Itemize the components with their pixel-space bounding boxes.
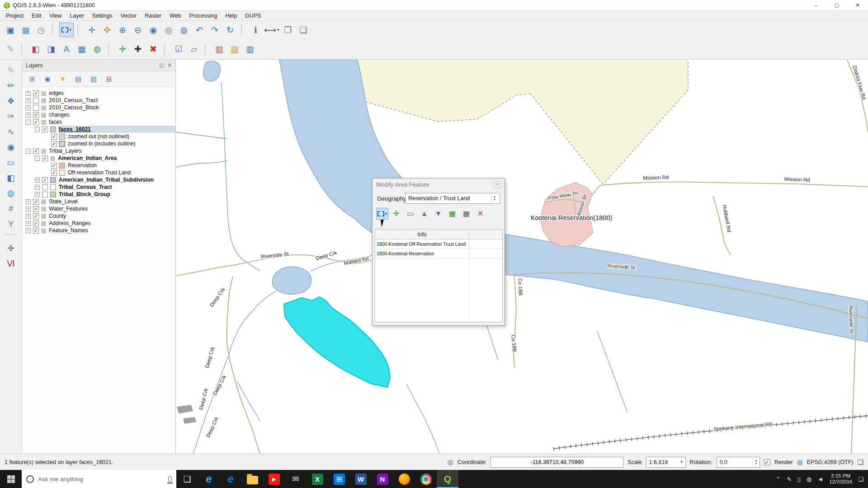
onenote-icon[interactable]: N [372,470,393,488]
merge-icon[interactable]: ◧ [3,171,19,184]
rotation-spinbox[interactable]: 0.0 ▲▼ [717,457,760,468]
volume-icon[interactable]: ◄ [817,476,823,483]
add-group-icon[interactable]: ⊞ [27,74,38,84]
layer-item-tribal-layers[interactable]: -✓▤Tribal_Layers [22,147,175,155]
layer-item-american-indian-area[interactable]: -✓▤American_Indian_Area [22,155,175,162]
expander-icon[interactable]: + [35,178,40,183]
touch-zoom-pan-icon[interactable]: ✛ [85,23,99,37]
info-table-row[interactable]: 1800-Kootenai Off-Reservation Trust Land [375,239,502,249]
qgis-taskbar-icon[interactable]: Q [437,470,458,488]
expander-icon[interactable]: + [26,228,31,233]
print-composer-icon[interactable]: ▦ [19,23,33,37]
menu-edit[interactable]: Edit [28,12,46,20]
zoom-full-icon[interactable]: ◎ [161,23,176,37]
internet-explorer-icon[interactable]: e [198,470,220,488]
expander-icon[interactable]: + [26,91,31,96]
layer-checkbox[interactable]: ✓ [33,112,39,118]
action-center-icon[interactable]: ❏ [858,476,863,483]
info-table[interactable]: Info 1800-Kootenai Off-Reservation Trust… [375,229,503,322]
pan-map-icon[interactable]: ✜ [100,23,114,37]
dialog-close-tool-icon[interactable]: ✕ [474,208,486,220]
dialog-table-icon[interactable]: ▦ [460,208,472,220]
layer-checkbox[interactable]: ✓ [42,155,48,161]
world-icon[interactable]: ◍ [3,186,19,200]
menu-help[interactable]: Help [221,12,241,20]
menu-web[interactable]: Web [165,12,185,20]
dialog-close-button[interactable]: ✕ [494,181,501,188]
layer-checkbox[interactable]: ✓ [33,206,39,212]
expander-icon[interactable]: + [26,105,31,110]
layer-checkbox[interactable] [33,105,39,111]
chrome-icon[interactable] [415,470,437,488]
dialog-attribute-icon[interactable]: ▭ [404,208,416,220]
expander-icon[interactable]: + [26,98,31,103]
composer-manager-icon[interactable]: ◷ [34,23,48,37]
start-button[interactable] [0,470,22,488]
layer-checkbox[interactable] [42,184,48,190]
layer-item-off-reservation-trust-land[interactable]: ✓Off-reservation Trust Land [22,169,175,176]
log-messages-icon[interactable]: ❏ [858,458,863,466]
layer-item-faces[interactable]: -✓▤faces [22,118,175,126]
identify-features-icon[interactable]: ℹ [248,23,263,37]
coordinate-input[interactable] [491,457,623,468]
branch-icon[interactable]: Y [3,217,19,230]
close-button[interactable]: ✕ [847,0,868,10]
expander-icon[interactable]: - [26,149,31,154]
layer-checkbox[interactable]: ✓ [33,148,39,154]
collapse-all-icon[interactable]: ▥ [88,74,99,84]
census-tract-style-icon[interactable]: ◧ [28,42,43,56]
subdivision-table-icon[interactable]: ▥ [243,42,257,56]
toggle-editing-icon[interactable]: ✎ [3,42,18,56]
zoom-native-icon[interactable]: ◉ [146,23,160,37]
minimize-button[interactable]: – [806,0,826,10]
layer-checkbox[interactable]: ✓ [51,163,57,169]
geography-combobox[interactable]: Reservation / Trust Land ▲▼ [405,193,500,204]
store-icon[interactable]: ⊞ [328,470,350,488]
layer-item-reservation[interactable]: ✓Reservation [22,162,175,169]
select-features-tool[interactable]: ▾ [59,23,74,37]
layer-item-address-ranges[interactable]: +✓▤Address_Ranges [22,220,175,227]
mouse-position-icon[interactable]: ◎ [448,458,453,466]
combobox-spinner-icon[interactable]: ▲▼ [491,194,498,203]
layer-item-2010-census-tract[interactable]: +▤2010_Census_Tract [22,97,175,104]
expander-icon[interactable]: - [26,120,31,125]
layer-info-icon[interactable]: ◍ [90,42,104,56]
expander-icon[interactable]: + [26,206,31,211]
edit-disabled-icon[interactable]: ✎ [3,63,19,77]
firefox-icon[interactable] [393,470,415,488]
expander-icon[interactable]: - [35,127,40,132]
node-tool-icon[interactable]: ✑ [3,109,19,123]
layer-visibility-icon[interactable]: ◉ [42,74,53,84]
layer-checkbox[interactable]: ✓ [33,213,39,219]
save-project-icon[interactable]: ▣ [3,23,18,37]
layer-item-tribal-block-group[interactable]: +Tribal_Block_Group [22,191,175,198]
layer-item-feature-names[interactable]: +✓▤Feature_Names [22,227,175,234]
zoom-out-icon[interactable]: ⊖ [131,23,145,37]
filter-legend-icon[interactable]: ▼ [57,74,68,84]
menu-settings[interactable]: Settings [88,12,117,20]
layer-item-water-features[interactable]: +✓▤Water_Features [22,205,175,212]
paste-icon[interactable]: ❏ [296,23,311,37]
zoom-last-icon[interactable]: ↶ [192,23,207,37]
layer-checkbox[interactable]: ✓ [33,199,39,205]
open-table-icon[interactable]: ▦ [75,42,89,56]
vi-tool-icon[interactable]: Ⅵ [3,257,19,270]
info-table-row[interactable]: 1800-Kootenai Reservation [375,249,502,258]
spinbox-arrows-icon[interactable]: ▲▼ [753,459,760,465]
layer-checkbox[interactable]: ✓ [51,134,57,140]
layer-item-zoomed-in-includes-outline-[interactable]: ✓zoomed in (includes outline) [22,140,175,147]
grid-tool-icon[interactable]: # [3,202,19,215]
expander-icon[interactable]: - [35,156,40,161]
delete-feature-icon[interactable]: ✖ [146,42,160,56]
edge-icon[interactable]: e [220,470,241,488]
layer-checkbox[interactable]: ✓ [33,119,39,125]
layer-checkbox[interactable]: ✓ [51,141,57,147]
layer-item-american-indian-tribal-subdivision[interactable]: +✓American_Indian_Tribal_Subdivision [22,176,175,183]
hidden-icons-chevron[interactable]: ⌃ [776,476,781,483]
scale-combobox[interactable]: 1:6,819 ▼ [646,457,686,468]
reshape-icon[interactable]: ∿ [3,125,19,138]
menu-project[interactable]: Project [2,12,28,20]
render-checkbox[interactable]: ✓ [764,459,770,465]
expander-icon[interactable]: + [26,221,31,226]
menu-vector[interactable]: Vector [117,12,141,20]
